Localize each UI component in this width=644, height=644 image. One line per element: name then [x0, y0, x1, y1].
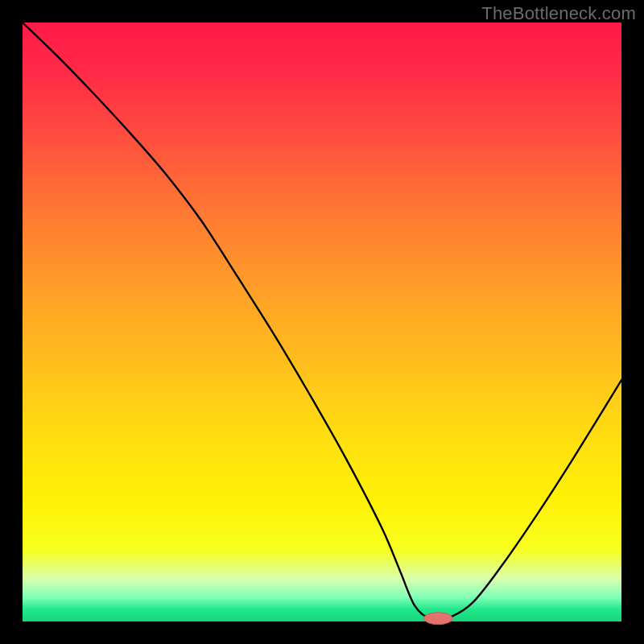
plot-area — [23, 23, 621, 621]
watermark-text: TheBottleneck.com — [481, 3, 636, 24]
chart-frame: TheBottleneck.com — [0, 0, 644, 644]
